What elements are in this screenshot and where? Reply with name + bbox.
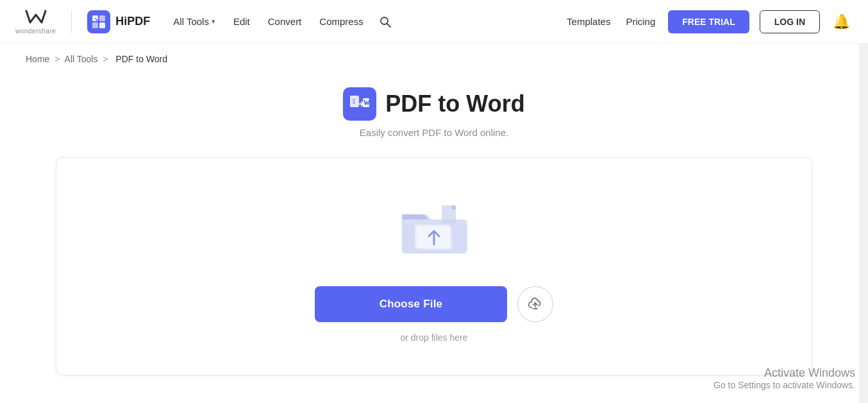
page-subtitle: Easily convert PDF to Word online. (360, 127, 508, 138)
breadcrumb-home[interactable]: Home (26, 54, 49, 64)
chevron-down-icon: ▾ (212, 17, 215, 26)
free-trial-button[interactable]: FREE TRIAL (668, 10, 749, 33)
main-content: PDF to Word Easily convert PDF to Word o… (0, 74, 868, 401)
nav-pricing[interactable]: Pricing (623, 11, 658, 32)
nav-compress[interactable]: Compress (312, 11, 371, 32)
upload-folder-svg (396, 196, 472, 261)
svg-line-5 (387, 24, 390, 27)
upload-buttons: Choose File (315, 286, 553, 322)
logo-divider (71, 10, 72, 33)
svg-rect-2 (92, 22, 98, 28)
logo-area: wondershare HiPDF (15, 8, 150, 35)
cloud-upload-button[interactable] (517, 286, 553, 322)
hipdf-icon (87, 10, 110, 33)
cloud-upload-icon (528, 296, 543, 312)
nav-edit[interactable]: Edit (226, 11, 258, 32)
page-title: PDF to Word (385, 90, 524, 117)
svg-rect-1 (99, 15, 105, 21)
activate-windows-watermark: Activate Windows Go to Settings to activ… (714, 366, 855, 390)
breadcrumb-sep1: > (54, 54, 60, 64)
notification-icon[interactable]: 🔔 (830, 11, 853, 33)
search-button[interactable] (374, 10, 397, 33)
wondershare-icon (24, 8, 48, 26)
breadcrumb: Home > All Tools > PDF to Word (0, 44, 868, 74)
breadcrumb-all-tools[interactable]: All Tools (65, 54, 98, 64)
pdf-to-word-icon (343, 87, 376, 121)
hipdf-logo[interactable]: HiPDF (87, 10, 150, 33)
login-button[interactable]: LOG IN (760, 10, 820, 33)
title-row: PDF to Word (343, 87, 524, 121)
upload-card: Choose File or drop files here (56, 157, 812, 375)
svg-point-4 (381, 17, 388, 24)
scrollbar-track[interactable] (859, 0, 868, 403)
wondershare-text: wondershare (15, 28, 56, 35)
wondershare-logo[interactable]: wondershare (15, 8, 56, 35)
activate-title: Activate Windows (714, 366, 855, 380)
main-nav: All Tools ▾ Edit Convert Compress (165, 10, 396, 33)
search-icon (379, 15, 392, 28)
nav-convert[interactable]: Convert (260, 11, 310, 32)
nav-templates[interactable]: Templates (564, 11, 613, 32)
hipdf-text: HiPDF (115, 15, 150, 28)
nav-right: Templates Pricing FREE TRIAL LOG IN 🔔 (564, 10, 853, 33)
breadcrumb-sep2: > (103, 54, 108, 64)
nav-all-tools[interactable]: All Tools ▾ (165, 11, 223, 32)
header: wondershare HiPDF All Tools ▾ Edit (0, 0, 868, 44)
svg-rect-11 (452, 205, 456, 209)
activate-subtitle: Go to Settings to activate Windows. (714, 380, 855, 390)
drop-hint: or drop files here (400, 332, 467, 343)
page-title-area: PDF to Word Easily convert PDF to Word o… (343, 87, 524, 138)
choose-file-button[interactable]: Choose File (315, 286, 507, 322)
breadcrumb-current: PDF to Word (115, 54, 167, 64)
svg-rect-3 (99, 22, 105, 28)
folder-illustration (396, 196, 472, 263)
